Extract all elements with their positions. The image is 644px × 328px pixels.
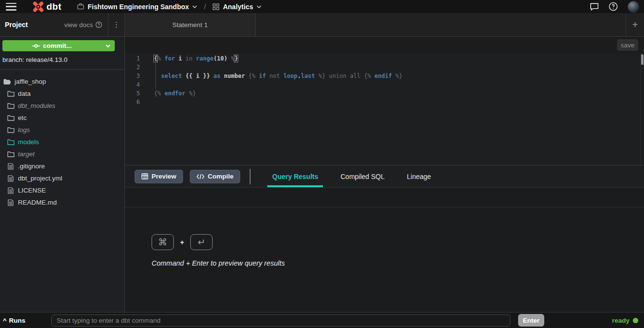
folder-icon (7, 115, 15, 121)
editor-scrollbar-track[interactable] (640, 53, 644, 165)
tree-item-.gitignore[interactable]: .gitignore (0, 160, 124, 172)
commit-button-label: commit... (43, 42, 72, 49)
help-circle-icon (95, 21, 102, 28)
line-number: 5 (125, 89, 145, 98)
breadcrumb-separator: / (204, 2, 206, 11)
code-icon (197, 174, 204, 179)
tree-item-jaffle_shop[interactable]: jaffle_shop (0, 75, 124, 88)
account-selector-label: Fishtown Engineering Sandbox (88, 3, 189, 11)
view-docs-label: view docs (64, 21, 93, 29)
logo-text: dbt (46, 1, 61, 12)
tree-item-label: data (18, 90, 31, 97)
project-selector[interactable]: Analytics (213, 3, 261, 11)
status-indicator: ready (544, 317, 638, 324)
commit-button[interactable]: commit... (2, 40, 115, 51)
tree-item-etc[interactable]: etc (0, 112, 124, 124)
results-tabs: Query ResultsCompiled SQLLineage (261, 165, 442, 187)
compile-button-label: Compile (208, 173, 233, 180)
account-selector[interactable]: Fishtown Engineering Sandbox (77, 3, 197, 11)
file-tree: jaffle_shopdatadbt_modulesetclogsmodelst… (0, 70, 124, 312)
branch-label: branch: release/4.13.0 (2, 51, 123, 69)
runs-label: Runs (9, 317, 26, 324)
view-docs-link[interactable]: view docs (64, 21, 108, 29)
dbt-logo[interactable]: dbt (32, 0, 61, 13)
help-icon[interactable] (609, 2, 618, 11)
code-text: {% endfor %} (145, 89, 196, 98)
file-icon (8, 199, 14, 206)
folder-icon (7, 103, 15, 109)
chevron-up-icon: ^ (3, 317, 7, 324)
toolbar-divider (250, 169, 250, 184)
file-icon (8, 163, 14, 170)
results-tab-lineage[interactable]: Lineage (402, 165, 436, 187)
briefcase-icon (77, 3, 84, 10)
compile-button[interactable]: Compile (190, 170, 240, 183)
preview-button[interactable]: Preview (135, 170, 183, 183)
tree-item-label: README.md (18, 199, 57, 206)
folder-icon (7, 90, 15, 97)
results-toolbar: Preview Compile Query ResultsCompiled SQ… (125, 165, 644, 188)
preview-button-label: Preview (152, 173, 176, 180)
tree-item-label: dbt_project.yml (18, 175, 62, 182)
tree-item-label: target (18, 150, 35, 158)
editor-scrollbar-thumb[interactable] (641, 54, 644, 65)
tree-item-logs[interactable]: logs (0, 124, 124, 136)
chevron-down-icon (257, 5, 261, 8)
tree-item-LICENSE[interactable]: LICENSE (0, 184, 124, 196)
hamburger-menu-icon[interactable] (6, 3, 16, 11)
enter-button[interactable]: Enter (518, 314, 544, 327)
results-body: ⌘ + ↵ Command + Enter to preview query r… (125, 208, 644, 312)
runs-toggle[interactable]: ^ Runs (3, 317, 51, 324)
git-commit-area: commit... branch: release/4.13.0 (0, 37, 124, 69)
chevron-down-icon (192, 5, 197, 8)
editor-tab-statement-1[interactable]: Statement 1 (125, 13, 256, 36)
dbt-command-input[interactable] (51, 314, 510, 327)
line-number: 6 (125, 98, 145, 106)
code-line-1: 1{% for i in range(10) %} (125, 54, 644, 63)
status-dot-icon (633, 318, 638, 323)
project-selector-label: Analytics (223, 3, 253, 11)
keyboard-hint: ⌘ + ↵ Command + Enter to preview query r… (152, 234, 285, 267)
results-panel: Preview Compile Query ResultsCompiled SQ… (125, 165, 644, 312)
enter-key-icon: ↵ (190, 234, 213, 250)
command-key-icon: ⌘ (152, 234, 174, 250)
plus-icon: + (632, 19, 638, 30)
new-tab-button[interactable]: + (626, 13, 644, 36)
code-lines: 1{% for i in range(10) %}23 select {{ i … (125, 54, 644, 106)
command-bar: ^ Runs Enter ready (0, 312, 644, 328)
code-line-3: 3 select {{ i }} as number {% if not loo… (125, 72, 644, 80)
results-tab-compiled-sql[interactable]: Compiled SQL (336, 165, 389, 187)
results-subheader (125, 188, 644, 208)
tree-item-target[interactable]: target (0, 148, 124, 160)
user-avatar[interactable] (628, 1, 639, 13)
folder-icon (7, 139, 15, 145)
tree-item-label: .gitignore (18, 163, 45, 170)
editor-tab-label: Statement 1 (172, 21, 208, 29)
save-button[interactable]: save (617, 39, 638, 51)
folder-icon (7, 151, 15, 157)
code-line-2: 2 (125, 63, 644, 72)
tree-item-data[interactable]: data (0, 88, 124, 100)
editor-toolbar: save (125, 37, 644, 53)
tree-item-label: etc (18, 114, 27, 121)
code-line-6: 6 (125, 98, 644, 106)
git-commit-icon (32, 44, 40, 48)
tree-item-dbt_modules[interactable]: dbt_modules (0, 100, 124, 112)
chat-icon[interactable] (590, 2, 599, 11)
tree-item-dbt_project.yml[interactable]: dbt_project.yml (0, 172, 124, 184)
file-explorer-sidebar: commit... branch: release/4.13.0 jaffle_… (0, 37, 125, 312)
code-editor[interactable]: 1{% for i in range(10) %}23 select {{ i … (125, 53, 644, 165)
editor-tab-bar: Statement 1 + (125, 13, 644, 36)
status-label: ready (612, 317, 629, 324)
results-tab-query-results[interactable]: Query Results (267, 165, 323, 187)
chevron-down-icon (106, 45, 110, 47)
kebab-menu-icon[interactable]: ⋮ (108, 13, 124, 36)
tree-item-models[interactable]: models (0, 136, 124, 148)
tree-item-label: dbt_modules (18, 102, 55, 109)
code-text (145, 80, 154, 89)
code-text (145, 63, 154, 72)
tree-item-README.md[interactable]: README.md (0, 196, 124, 209)
line-number: 4 (125, 80, 145, 89)
file-icon (8, 187, 14, 194)
sidebar-title: Project (5, 21, 28, 29)
